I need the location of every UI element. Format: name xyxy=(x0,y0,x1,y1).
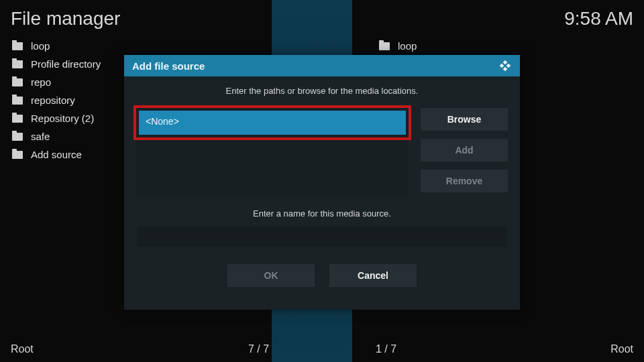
add-button[interactable]: Add xyxy=(421,139,508,162)
footer: Root 7 / 7 1 / 7 Root xyxy=(0,343,644,355)
right-pane: loop xyxy=(372,37,621,55)
kodi-logo-icon xyxy=(498,59,512,72)
cancel-button[interactable]: Cancel xyxy=(329,264,417,287)
list-item[interactable]: loop xyxy=(5,37,254,55)
left-count: 7 / 7 xyxy=(248,343,269,355)
folder-icon xyxy=(12,97,23,105)
list-item-label: Profile directory xyxy=(31,58,101,70)
folder-icon xyxy=(12,60,23,68)
folder-icon xyxy=(12,151,23,159)
list-item-label: safe xyxy=(31,131,50,142)
page-title: File manager xyxy=(11,8,120,29)
remove-button[interactable]: Remove xyxy=(421,170,508,192)
name-input[interactable] xyxy=(137,227,507,247)
list-item-label: Add source xyxy=(31,149,82,160)
path-list: <None> xyxy=(136,108,409,195)
list-item-label: loop xyxy=(398,40,417,52)
folder-icon xyxy=(379,42,390,50)
path-input[interactable]: <None> xyxy=(139,111,406,135)
folder-icon xyxy=(12,78,23,86)
path-instruction: Enter the paths or browse for the media … xyxy=(136,86,508,96)
clock: 9:58 AM xyxy=(564,8,633,29)
left-root-label: Root xyxy=(0,343,34,355)
list-item-label: loop xyxy=(31,40,50,52)
add-file-source-dialog: Add file source Enter the paths or brows… xyxy=(124,55,520,310)
ok-button[interactable]: OK xyxy=(227,264,315,287)
folder-icon xyxy=(12,42,23,50)
folder-icon xyxy=(12,115,23,123)
list-item-label: repo xyxy=(31,76,51,88)
name-instruction: Enter a name for this media source. xyxy=(136,208,508,219)
right-count: 1 / 7 xyxy=(376,343,396,355)
right-root-label: Root xyxy=(610,343,633,355)
browse-button[interactable]: Browse xyxy=(421,108,508,131)
dialog-header: Add file source xyxy=(124,55,520,76)
dialog-title: Add file source xyxy=(132,60,205,72)
list-item-label: Repository (2) xyxy=(31,113,94,124)
path-input-highlight: <None> xyxy=(133,105,411,140)
list-item-label: repository xyxy=(31,95,75,106)
folder-icon xyxy=(12,133,23,141)
list-item[interactable]: loop xyxy=(372,37,621,55)
